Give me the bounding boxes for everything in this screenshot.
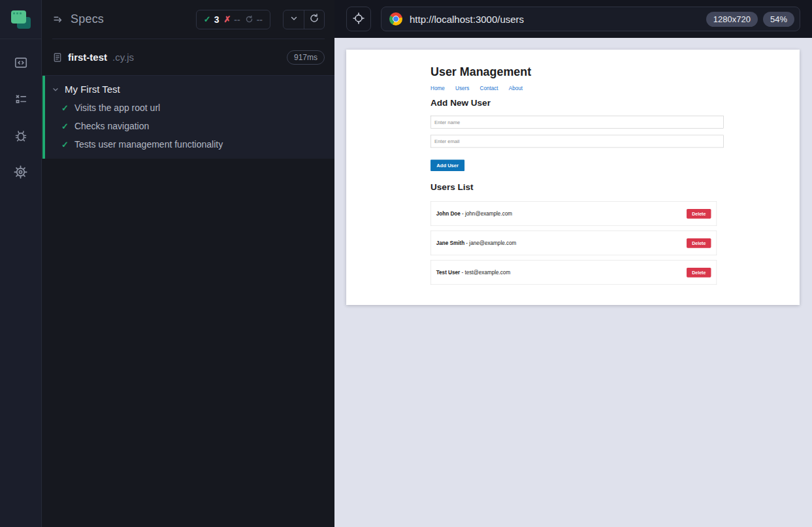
passed-check-icon: ✓	[61, 103, 69, 113]
suite-title: My First Test	[65, 84, 120, 95]
spec-duration-badge: 917ms	[287, 50, 325, 65]
stat-passed: ✓ 3	[204, 14, 219, 25]
test-row[interactable]: ✓ Tests user management functionality	[45, 135, 334, 153]
spec-file-row[interactable]: first-test .cy.js 917ms	[42, 39, 334, 76]
passed-check-icon: ✓	[61, 140, 69, 150]
test-title: Visits the app root url	[74, 103, 160, 113]
user-info: Test User - test@example.com	[436, 269, 510, 275]
delete-user-button[interactable]: Delete	[687, 209, 711, 219]
settings-gear-icon	[13, 165, 28, 182]
passed-check-icon: ✓	[61, 121, 69, 131]
nav-link-home[interactable]: Home	[430, 85, 445, 91]
aut-nav: Home Users Contact About	[430, 85, 724, 91]
passed-count: 3	[214, 14, 219, 25]
sidebar-item-debug[interactable]	[8, 123, 34, 150]
test-stats: ✓ 3 ✗ -- --	[196, 10, 270, 29]
user-name: Jane Smith	[436, 240, 464, 246]
delete-user-button[interactable]: Delete	[687, 238, 711, 248]
app-under-test: User Management Home Users Contact About…	[346, 50, 800, 304]
add-user-heading: Add New User	[430, 98, 724, 108]
failed-count: --	[234, 14, 240, 25]
spec-document-icon	[52, 52, 63, 63]
test-row[interactable]: ✓ Visits the app root url	[45, 99, 334, 117]
aut-backdrop: User Management Home Users Contact About…	[334, 38, 812, 317]
specs-panel: Specs ✓ 3 ✗ -- --	[42, 0, 334, 527]
specs-header: Specs ✓ 3 ✗ -- --	[52, 0, 325, 39]
crosshair-target-icon	[352, 12, 365, 27]
user-email: jane@example.com	[469, 240, 516, 246]
test-row[interactable]: ✓ Checks navigation	[45, 117, 334, 135]
collapse-specs-list-icon[interactable]	[52, 13, 65, 25]
suite-row[interactable]: My First Test	[45, 80, 334, 99]
nav-link-about[interactable]: About	[509, 85, 523, 91]
chevron-down-icon	[289, 14, 299, 25]
user-row: Test User - test@example.com Delete	[430, 260, 717, 285]
passed-check-icon: ✓	[204, 14, 211, 24]
failed-x-icon: ✗	[223, 14, 231, 24]
sidebar-nav	[8, 39, 34, 186]
test-title: Checks navigation	[74, 121, 149, 131]
specs-panel-title: Specs	[71, 12, 104, 26]
browser-pane: http://localhost:3000/users 1280x720 54%…	[334, 0, 812, 527]
refresh-icon	[309, 13, 319, 25]
chevron-down-icon	[52, 86, 59, 93]
user-name: John Doe	[436, 210, 461, 216]
users-list-heading: Users List	[430, 182, 724, 192]
cypress-test-runner: Specs ✓ 3 ✗ -- --	[0, 0, 812, 527]
chrome-browser-icon	[389, 12, 402, 25]
browser-header: http://localhost:3000/users 1280x720 54%	[334, 0, 812, 38]
spec-file-name: first-test	[68, 52, 107, 63]
page-title: User Management	[430, 65, 724, 79]
stat-failed: ✗ --	[223, 14, 240, 25]
test-results-block: My First Test ✓ Visits the app root url …	[42, 76, 334, 159]
selector-playground-button[interactable]	[346, 7, 371, 31]
name-input[interactable]	[430, 116, 724, 129]
cypress-logo-icon	[11, 10, 31, 29]
url-text: http://localhost:3000/users	[410, 14, 524, 25]
zoom-level-badge: 54%	[763, 12, 794, 27]
separator: -	[460, 269, 464, 275]
delete-user-button[interactable]: Delete	[687, 268, 711, 278]
sidebar-item-runs[interactable]	[8, 87, 34, 113]
pending-spinner-icon	[245, 15, 253, 24]
add-user-button[interactable]: Add User	[430, 160, 464, 171]
user-email: john@example.com	[465, 210, 512, 216]
url-bar[interactable]: http://localhost:3000/users 1280x720 54%	[381, 7, 800, 31]
nav-link-contact[interactable]: Contact	[480, 85, 498, 91]
sidebar-item-settings[interactable]	[8, 160, 34, 186]
stat-pending: --	[245, 14, 263, 25]
spec-file-extension: .cy.js	[112, 52, 134, 63]
collapse-all-button[interactable]	[284, 10, 304, 29]
separator: -	[461, 210, 465, 216]
sidebar	[0, 0, 42, 527]
email-input[interactable]	[430, 135, 724, 148]
debug-bug-icon	[14, 129, 28, 145]
viewport-size-badge: 1280x720	[706, 12, 758, 27]
rerun-tests-button[interactable]	[304, 10, 324, 29]
aut-viewport: User Management Home Users Contact About…	[346, 50, 800, 305]
user-name: Test User	[436, 269, 460, 275]
pending-count: --	[257, 14, 263, 25]
cypress-logo[interactable]	[0, 0, 42, 39]
user-info: John Doe - john@example.com	[436, 210, 512, 216]
specs-header-buttons	[283, 10, 325, 29]
user-row: John Doe - john@example.com Delete	[430, 201, 717, 226]
user-email: test@example.com	[464, 269, 510, 275]
user-row: Jane Smith - jane@example.com Delete	[430, 231, 717, 255]
specs-window-icon	[14, 56, 28, 72]
viewport-badges: 1280x720 54%	[706, 12, 794, 27]
runs-checklist-icon	[14, 92, 28, 108]
sidebar-item-specs[interactable]	[8, 50, 34, 76]
user-info: Jane Smith - jane@example.com	[436, 240, 517, 246]
nav-link-users[interactable]: Users	[455, 85, 469, 91]
test-title: Tests user management functionality	[74, 139, 223, 150]
